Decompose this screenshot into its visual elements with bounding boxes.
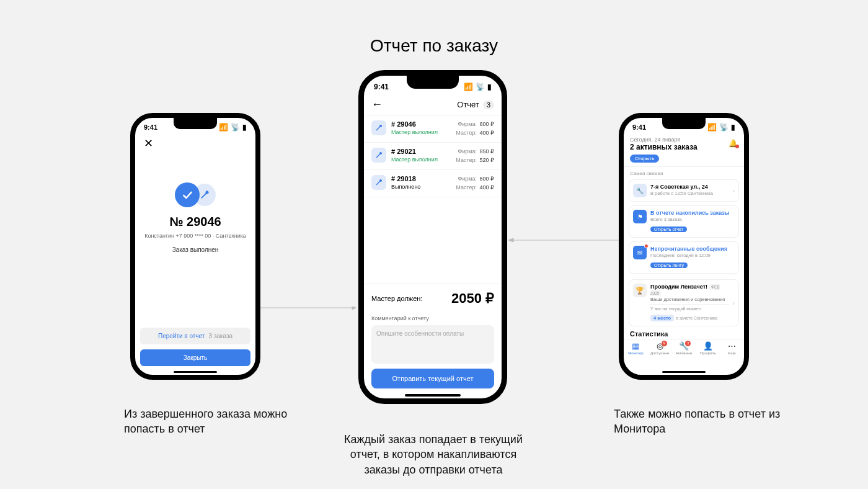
card-promo[interactable]: 🏆 Проводим Лензачет!ФЕВ 2025 Ваши достиж… xyxy=(629,279,739,326)
wrench-icon xyxy=(371,175,386,190)
signal-icon: 📶 xyxy=(707,123,717,132)
tab-Монитор[interactable]: ▦Монитор xyxy=(624,342,648,355)
check-icon xyxy=(175,182,200,207)
section-label: Самая свежая xyxy=(624,167,744,177)
wrench-icon xyxy=(371,148,386,163)
total-value: 2050 ₽ xyxy=(451,290,494,307)
statistics-label: Статистика xyxy=(624,326,744,339)
battery-icon: ▮ xyxy=(731,123,735,132)
send-report-button[interactable]: Отправить текущий отчет xyxy=(371,369,494,388)
order-status: Заказ выполнен xyxy=(140,246,250,253)
signal-icon: 📶 xyxy=(219,123,228,132)
battery-icon: ▮ xyxy=(242,123,247,132)
wifi-icon: 📡 xyxy=(719,123,728,132)
report-row[interactable]: # 29018Выполнено Фирма: 600 ₽Мастер: 400… xyxy=(364,170,502,197)
wrench-icon xyxy=(371,120,386,135)
page-title: Отчет по заказу xyxy=(0,36,868,56)
comment-input[interactable]: Опишите особенности оплаты xyxy=(371,325,494,364)
trophy-icon: 🏆 xyxy=(633,284,647,297)
tab-Еще[interactable]: ⋯Еще xyxy=(720,342,744,355)
chevron-right-icon: › xyxy=(733,187,735,194)
svg-marker-0 xyxy=(352,307,356,310)
tab-Активные[interactable]: 🔧Активные2 xyxy=(672,342,696,355)
card-address[interactable]: 🔧 7-я Советская ул., 24 В работе с 13:59… xyxy=(629,179,739,202)
order-subtitle: Константин +7 900 **** 00 · Сантехника xyxy=(140,233,250,239)
total-label: Мастер должен: xyxy=(371,295,422,302)
active-orders-title: 2 активных заказа xyxy=(630,143,738,151)
monitor-date: Сегодня, 24 января xyxy=(630,137,738,143)
chevron-right-icon: › xyxy=(733,300,735,307)
unread-dot xyxy=(644,244,649,248)
wifi-icon: 📡 xyxy=(231,123,240,132)
comment-label: Комментарий к отчету xyxy=(364,313,502,324)
phone-report: 9:41 📶📡▮ ← Отчет 3 # 29046Мастер выполни… xyxy=(358,70,507,404)
tab-bar: ▦Монитор◎Доступные9🔧Активные2👤Профиль⋯Ещ… xyxy=(624,339,744,361)
close-button[interactable]: Закрыть xyxy=(140,349,250,366)
close-icon[interactable]: ✕ xyxy=(140,134,157,153)
signal-icon: 📶 xyxy=(464,83,473,91)
tab-Профиль[interactable]: 👤Профиль xyxy=(696,342,720,355)
order-number: № 29046 xyxy=(140,215,250,229)
caption-3: Также можно попасть в отчет из Монитора xyxy=(614,406,787,437)
bell-icon[interactable]: 🔔 xyxy=(728,139,738,148)
card-report-pending[interactable]: ⚑ В отчете накопились заказы Всего 3 зак… xyxy=(629,205,739,238)
open-pill[interactable]: Открыть xyxy=(630,155,659,163)
report-count-badge: 3 xyxy=(483,101,494,109)
svg-marker-1 xyxy=(508,238,513,242)
tab-Доступные[interactable]: ◎Доступные9 xyxy=(648,342,672,355)
flag-icon: ⚑ xyxy=(633,210,647,223)
go-to-report-button[interactable]: Перейти в отчет3 заказа xyxy=(140,328,250,344)
report-list: # 29046Мастер выполнил Фирма: 600 ₽Масте… xyxy=(364,115,502,284)
battery-icon: ▮ xyxy=(487,83,492,91)
report-row[interactable]: # 29021Мастер выполнил Фирма: 850 ₽Масте… xyxy=(364,143,502,170)
back-icon[interactable]: ← xyxy=(371,98,383,111)
caption-1: Из завершенного заказа можно попасть в о… xyxy=(124,406,298,437)
open-feed-pill[interactable]: Открыть ленту xyxy=(650,262,688,268)
wifi-icon: 📡 xyxy=(476,83,485,91)
card-unread-messages[interactable]: ✉ Непрочитанные сообщения Последнее: сег… xyxy=(629,241,739,274)
phone-completed-order: 9:41 📶📡▮ ✕ № 29046 Константин +7 900 ***… xyxy=(130,113,260,380)
report-row[interactable]: # 29046Мастер выполнил Фирма: 600 ₽Масте… xyxy=(364,115,502,143)
caption-2: Каждый заказ попадает в текущий отчет, в… xyxy=(338,432,529,477)
open-report-pill[interactable]: Открыть отчет xyxy=(650,227,687,232)
wrench-icon: 🔧 xyxy=(633,184,647,197)
report-title: Отчет 3 xyxy=(457,100,494,109)
phone-monitor: 9:41 📶📡▮ Сегодня, 24 января 2 активных з… xyxy=(619,113,749,380)
